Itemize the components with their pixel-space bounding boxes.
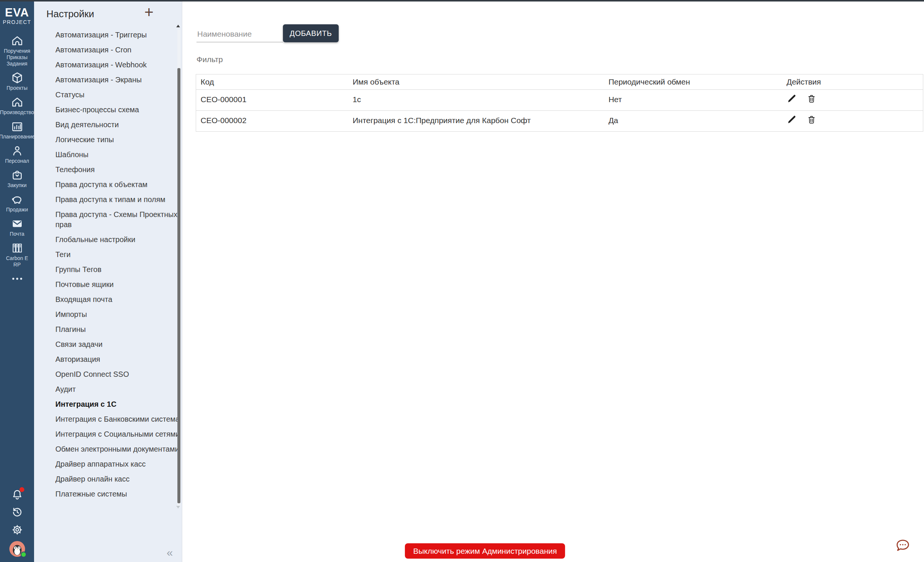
notifications-button[interactable]	[11, 488, 24, 501]
cell-actions	[782, 111, 923, 132]
rail-item-label: Закупки	[8, 182, 27, 189]
table-header-row: КодИмя объектаПериодический обменДействи…	[196, 75, 923, 90]
chart-icon	[10, 120, 24, 133]
cell-object_name: 1с	[348, 90, 604, 111]
sidebar-item[interactable]: Права доступа к типам и полям	[56, 192, 177, 207]
rail-item-mail[interactable]: Почта	[10, 217, 24, 237]
column-header: Код	[196, 75, 348, 90]
home-icon	[10, 95, 24, 109]
pencil-icon	[787, 94, 797, 103]
name-input[interactable]	[196, 28, 283, 42]
edit-button[interactable]	[787, 94, 797, 103]
online-status-dot	[21, 552, 27, 558]
rail-item-planning[interactable]: Планирование	[0, 120, 35, 140]
scrollbar-up-arrow[interactable]	[176, 25, 180, 27]
rail-item-carbon-erp[interactable]: Carbon E RP	[6, 241, 28, 268]
sidebar-item[interactable]: Импорты	[56, 307, 177, 322]
sidebar-item[interactable]: Теги	[56, 247, 177, 262]
pencil-icon	[787, 114, 797, 124]
person-icon	[10, 144, 24, 157]
disable-admin-mode-button[interactable]: Выключить режим Администрирования	[405, 543, 565, 559]
cell-object_name: Интеграция с 1С:Предприятие для Карбон С…	[348, 111, 604, 132]
cube-icon	[10, 71, 24, 85]
app-rail: EVA PROJECT Поручения Приказы ЗаданияПро…	[0, 0, 34, 562]
sidebar-item[interactable]: Шаблоны	[56, 147, 177, 162]
piggy-icon	[10, 193, 24, 206]
app-logo: EVA PROJECT	[3, 7, 32, 25]
history-button[interactable]	[11, 506, 24, 519]
sidebar-item[interactable]: Автоматизация - Cron	[56, 43, 177, 58]
gear-icon	[11, 523, 24, 536]
cell-code: CEO-000001	[196, 90, 348, 111]
delete-button[interactable]	[807, 94, 817, 103]
sidebar-item[interactable]: Статусы	[56, 88, 177, 102]
sidebar-item[interactable]: Почтовые ящики	[56, 277, 177, 292]
cell-code: CEO-000002	[196, 111, 348, 132]
add-settings-item-button[interactable]: +	[140, 4, 158, 21]
cabinet-icon	[10, 241, 24, 255]
sidebar-item[interactable]: Автоматизация - Триггеры	[56, 28, 177, 43]
sidebar-title: Настройки	[46, 8, 94, 20]
trash-icon	[807, 114, 817, 124]
chat-button[interactable]	[893, 538, 911, 554]
bag-icon	[10, 168, 24, 182]
rail-item-production[interactable]: Производство	[0, 95, 34, 115]
rail-item-label: Проекты	[6, 85, 27, 91]
rail-item-label: Поручения Приказы Задания	[4, 48, 30, 67]
rail-nav: Поручения Приказы ЗаданияПроектыПроизвод…	[0, 34, 35, 285]
settings-button[interactable]	[11, 523, 24, 536]
sidebar-item[interactable]: Бизнес-процессы схема	[56, 102, 177, 117]
sidebar-item[interactable]: Обмен электронными документами	[56, 442, 177, 457]
integrations-table: КодИмя объектаПериодический обменДействи…	[196, 74, 923, 132]
column-header: Периодический обмен	[604, 75, 782, 90]
profile-button[interactable]	[9, 541, 25, 557]
sidebar-item[interactable]: Драйвер аппаратных касс	[56, 457, 177, 472]
logo-title: EVA	[3, 7, 32, 19]
rail-item-projects[interactable]: Проекты	[6, 71, 27, 91]
logo-subtitle: PROJECT	[3, 19, 32, 25]
rail-item-label: Персонал	[5, 158, 29, 164]
sidebar-item[interactable]: Связи задачи	[56, 337, 177, 352]
sidebar-item[interactable]: Плагины	[56, 322, 177, 337]
sidebar-item[interactable]: Автоматизация - Webhook	[56, 58, 177, 73]
sidebar-item[interactable]: Автоматизация - Экраны	[56, 73, 177, 88]
trash-icon	[807, 94, 817, 103]
rail-item-label: Почта	[10, 231, 24, 237]
scrollbar-thumb[interactable]	[177, 68, 180, 503]
delete-button[interactable]	[807, 114, 817, 124]
toolbar: ДОБАВИТЬ	[196, 24, 339, 42]
rail-item-label: Планирование	[0, 133, 35, 140]
scrollbar-down-arrow[interactable]	[176, 506, 180, 508]
sidebar-item[interactable]: Логические типы	[56, 132, 177, 147]
sidebar-item[interactable]: Вид деятельности	[56, 117, 177, 132]
sidebar-item[interactable]: Телефония	[56, 162, 177, 177]
rail-item-purchases[interactable]: Закупки	[8, 168, 27, 189]
sidebar-item[interactable]: Глобальные настройки	[56, 232, 177, 247]
sidebar-item[interactable]: Драйвер онлайн касс	[56, 472, 177, 487]
sidebar-item[interactable]: Платежные системы	[56, 487, 177, 502]
dots-icon	[10, 272, 24, 285]
add-button[interactable]: ДОБАВИТЬ	[283, 24, 339, 42]
sidebar-item[interactable]: Авторизация	[56, 352, 177, 367]
app: EVA PROJECT Поручения Приказы ЗаданияПро…	[0, 0, 924, 562]
rail-item-label: Carbon E RP	[6, 255, 28, 268]
sidebar-item[interactable]: Интеграция с Социальными сетями	[56, 427, 177, 442]
top-strip	[0, 0, 924, 1]
sidebar-item[interactable]: Группы Тегов	[56, 262, 177, 277]
sidebar-item[interactable]: Права доступа к объектам	[56, 177, 177, 192]
sidebar-item[interactable]: Аудит	[56, 382, 177, 397]
collapse-sidebar-button[interactable]: «	[166, 546, 173, 559]
sidebar-item[interactable]: Входящая почта	[56, 292, 177, 307]
edit-button[interactable]	[787, 114, 797, 124]
sidebar-item[interactable]: OpenID Connect SSO	[56, 367, 177, 382]
rail-item-more[interactable]	[10, 272, 24, 285]
sidebar-item[interactable]: Интеграция с Банковскими системами	[56, 412, 177, 427]
sidebar-item[interactable]: Права доступа - Схемы Проектных прав	[56, 207, 177, 232]
history-icon	[11, 506, 24, 519]
rail-bottom	[9, 488, 25, 557]
rail-item-tasks[interactable]: Поручения Приказы Задания	[4, 34, 30, 67]
rail-item-sales[interactable]: Продажи	[6, 193, 28, 213]
cell-periodic_exchange: Да	[604, 111, 782, 132]
rail-item-staff[interactable]: Персонал	[5, 144, 29, 164]
sidebar-item-active[interactable]: Интеграция с 1С	[56, 397, 177, 412]
